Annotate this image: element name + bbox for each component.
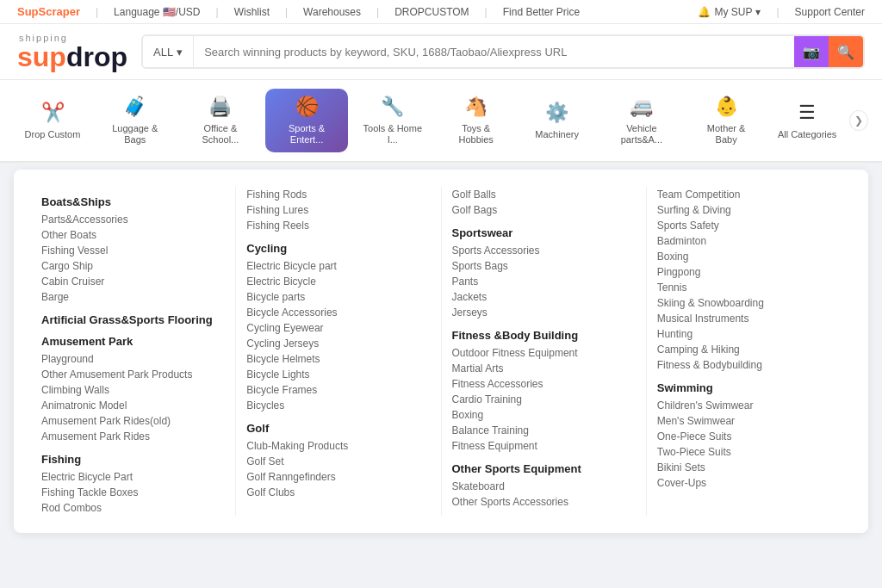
list-item[interactable]: Jerseys — [452, 305, 636, 320]
list-item[interactable]: Fishing Rods — [246, 187, 430, 202]
list-item[interactable]: Musical Instruments — [657, 311, 841, 326]
category-next-arrow[interactable]: ❯ — [849, 110, 868, 131]
list-item[interactable]: Cycling Eyewear — [246, 320, 430, 336]
wishlist-link[interactable]: Wishlist — [234, 6, 270, 18]
category-item-machinery[interactable]: ⚙️ Machinery — [519, 95, 596, 147]
list-item[interactable]: Golf Ranngefinders — [246, 469, 430, 485]
warehouses-dropdown[interactable]: Warehouses — [303, 6, 361, 18]
category-item-vehicle-parts[interactable]: 🚐 Vehicle parts&A... — [599, 89, 684, 152]
list-item[interactable]: Children's Swimwear — [657, 398, 841, 413]
list-item[interactable]: Balance Training — [452, 423, 636, 438]
list-item[interactable]: Camping & Hiking — [657, 342, 841, 357]
office-school-icon: 🖨️ — [208, 96, 232, 118]
list-item[interactable]: Fishing Vessel — [41, 243, 225, 258]
luggage-bags-label: Luggage & Bags — [103, 123, 167, 145]
category-item-sports-entert[interactable]: 🏀 Sports & Entert... — [265, 89, 348, 152]
category-item-luggage-bags[interactable]: 🧳 Luggage & Bags — [95, 89, 176, 152]
supscraper-link[interactable]: SupScraper — [17, 5, 80, 18]
mother-baby-icon: 👶 — [715, 96, 738, 118]
list-item[interactable]: One-Piece Suits — [657, 429, 841, 444]
list-item[interactable]: Amusement Park Rides(old) — [41, 413, 225, 429]
list-item[interactable]: Climbing Walls — [41, 382, 225, 398]
dropdown-col1: Boats&ShipsParts&AccessoriesOther BoatsF… — [31, 187, 236, 516]
list-item[interactable]: Amusement Park Rides — [41, 429, 225, 444]
list-item[interactable]: Fitness Accessories — [452, 376, 636, 392]
list-item[interactable]: Pingpong — [657, 264, 841, 280]
list-item[interactable]: Bicycle Helmets — [246, 351, 430, 367]
list-item[interactable]: Barge — [41, 289, 225, 305]
list-item[interactable]: Other Boats — [41, 227, 225, 243]
search-input[interactable] — [194, 36, 794, 67]
list-item[interactable]: Electric Bicycle part — [246, 258, 430, 274]
category-item-all-categories[interactable]: ☰ All Categories — [768, 95, 846, 147]
list-item[interactable]: Badminton — [657, 233, 841, 249]
dropdown-col2: Fishing RodsFishing LuresFishing ReelsCy… — [236, 187, 441, 516]
find-better-price-link[interactable]: Find Better Price — [503, 6, 580, 18]
search-button[interactable]: 🔍 — [829, 34, 863, 69]
list-item[interactable]: Martial Arts — [452, 361, 636, 376]
list-item[interactable]: Sports Accessories — [452, 243, 636, 258]
list-item[interactable]: Golf Bags — [452, 202, 636, 218]
category-item-tools-home[interactable]: 🔧 Tools & Home I... — [351, 89, 434, 152]
category-item-mother-baby[interactable]: 👶 Mother & Baby — [687, 89, 765, 152]
list-item[interactable]: Fishing Lures — [246, 202, 430, 218]
toys-hobbies-label: Toys & Hobbies — [446, 123, 506, 145]
list-item[interactable]: Sports Bags — [452, 258, 636, 274]
list-item[interactable]: Cabin Cruiser — [41, 274, 225, 289]
list-item[interactable]: Bicycle Frames — [246, 382, 430, 398]
list-item[interactable]: Pants — [452, 274, 636, 289]
list-item[interactable]: Golf Set — [246, 454, 430, 469]
list-item[interactable]: Two-Piece Suits — [657, 444, 841, 460]
list-item[interactable]: Boxing — [657, 249, 841, 264]
camera-search-button[interactable]: 📷 — [794, 34, 829, 69]
list-item[interactable]: Bicycles — [246, 398, 430, 413]
list-item[interactable]: Surfing & Diving — [657, 202, 841, 218]
list-item[interactable]: Club-Making Products — [246, 438, 430, 454]
list-item[interactable]: Electric Bicycle — [246, 274, 430, 289]
list-item[interactable]: Rod Combos — [41, 500, 225, 516]
section-header: Swimming — [657, 381, 841, 394]
list-item[interactable]: Sports Safety — [657, 218, 841, 233]
list-item[interactable]: Bicycle Lights — [246, 367, 430, 382]
list-item[interactable]: Parts&Accessories — [41, 212, 225, 227]
list-item[interactable]: Men's Swimwear — [657, 413, 841, 429]
search-category-dropdown[interactable]: ALL ▾ — [143, 36, 194, 67]
category-item-office-school[interactable]: 🖨️ Office & School... — [179, 89, 263, 152]
list-item[interactable]: Cycling Jerseys — [246, 336, 430, 351]
list-item[interactable]: Cargo Ship — [41, 258, 225, 274]
toys-hobbies-icon: 🐴 — [464, 96, 488, 118]
section-header: Cycling — [246, 242, 430, 255]
list-item[interactable]: Fishing Reels — [246, 218, 430, 233]
support-center-dropdown[interactable]: Support Center — [795, 6, 865, 18]
list-item[interactable]: Tennis — [657, 280, 841, 295]
list-item[interactable]: Bicycle Accessories — [246, 305, 430, 320]
list-item[interactable]: Jackets — [452, 289, 636, 305]
list-item[interactable]: Cover-Ups — [657, 475, 841, 491]
list-item[interactable]: Cardio Training — [452, 392, 636, 407]
list-item[interactable]: Team Competition — [657, 187, 841, 202]
list-item[interactable]: Hunting — [657, 326, 841, 342]
list-item[interactable]: Electric Bicycle Part — [41, 469, 225, 485]
list-item[interactable]: Bicycle parts — [246, 289, 430, 305]
list-item[interactable]: Bikini Sets — [657, 460, 841, 475]
list-item[interactable]: Skiing & Snowboarding — [657, 295, 841, 311]
language-selector[interactable]: Language 🇺🇸/USD — [114, 6, 200, 18]
list-item[interactable]: Fitness & Bodybuilding — [657, 357, 841, 373]
list-item[interactable]: Fishing Tackle Boxes — [41, 485, 225, 500]
category-item-drop-custom[interactable]: ✂️ Drop Custom — [14, 95, 91, 147]
list-item[interactable]: Skateboard — [452, 479, 636, 494]
dropcustom-link[interactable]: DROPCUSTOM — [394, 6, 469, 18]
my-sup-dropdown[interactable]: 🔔 My SUP ▾ — [698, 6, 761, 18]
list-item[interactable]: Golf Clubs — [246, 485, 430, 500]
machinery-label: Machinery — [535, 129, 579, 140]
list-item[interactable]: Playground — [41, 351, 225, 367]
list-item[interactable]: Other Sports Accessories — [452, 494, 636, 510]
sports-entert-label: Sports & Entert... — [274, 123, 339, 145]
list-item[interactable]: Golf Balls — [452, 187, 636, 202]
list-item[interactable]: Other Amusement Park Products — [41, 367, 225, 382]
list-item[interactable]: Fitness Equipment — [452, 438, 636, 454]
list-item[interactable]: Animatronic Model — [41, 398, 225, 413]
list-item[interactable]: Outdoor Fitness Equipment — [452, 345, 636, 361]
category-item-toys-hobbies[interactable]: 🐴 Toys & Hobbies — [438, 89, 515, 152]
list-item[interactable]: Boxing — [452, 407, 636, 423]
